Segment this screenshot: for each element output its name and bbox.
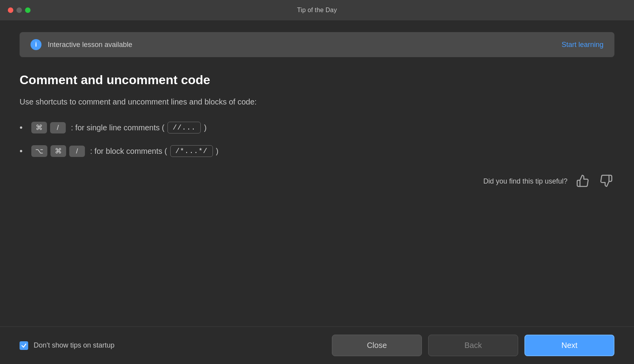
close-button[interactable]: Close <box>332 335 422 356</box>
thumbs-up-icon <box>576 174 589 187</box>
info-icon: i <box>31 39 41 50</box>
article-description: Use shortcuts to comment and uncomment l… <box>20 96 614 108</box>
shortcut-row-2: ⌥ ⌘ / : for block comments ( /*...*/ ) <box>31 145 219 157</box>
shortcut-desc-1: : for single line comments ( <box>69 123 165 132</box>
shortcut-suffix-2: ) <box>216 147 219 156</box>
key-cmd-1: ⌘ <box>31 122 47 133</box>
bullet-1: • <box>20 123 23 133</box>
shortcut-desc-2: : for block comments ( <box>88 147 167 156</box>
shortcut-row-1: ⌘ / : for single line comments ( //... ) <box>31 122 207 133</box>
code-single-line: //... <box>168 122 201 133</box>
next-button[interactable]: Next <box>524 335 614 356</box>
dont-show-checkbox-wrapper[interactable]: Don't show tips on startup <box>20 341 115 350</box>
main-content: i Interactive lesson available Start lea… <box>0 20 634 326</box>
info-banner-text: Interactive lesson available <box>48 41 132 49</box>
start-learning-link[interactable]: Start learning <box>562 41 603 49</box>
shortcut-item-single-line: • ⌘ / : for single line comments ( //...… <box>20 122 614 133</box>
window-title: Tip of the Day <box>297 7 337 14</box>
checkmark-icon <box>21 343 27 348</box>
maximize-window-button[interactable] <box>25 7 31 13</box>
key-slash-2: / <box>69 146 85 157</box>
dont-show-label: Don't show tips on startup <box>34 341 115 350</box>
footer-buttons: Close Back Next <box>332 335 614 356</box>
code-block: /*...*/ <box>170 145 213 157</box>
footer-left: Don't show tips on startup <box>20 341 115 350</box>
thumbs-down-button[interactable] <box>598 173 614 190</box>
key-slash-1: / <box>50 122 66 133</box>
feedback-question: Did you find this tip useful? <box>483 177 567 186</box>
shortcut-item-block: • ⌥ ⌘ / : for block comments ( /*...*/ ) <box>20 145 614 157</box>
thumbs-down-icon <box>600 174 613 187</box>
minimize-window-button[interactable] <box>16 7 22 13</box>
feedback-row: Did you find this tip useful? <box>20 173 614 190</box>
key-cmd-2: ⌘ <box>50 145 66 157</box>
bullet-2: • <box>20 146 23 156</box>
thumbs-up-button[interactable] <box>575 173 591 190</box>
window-controls <box>8 7 31 13</box>
footer: Don't show tips on startup Close Back Ne… <box>0 326 634 364</box>
back-button[interactable]: Back <box>428 335 518 356</box>
dont-show-checkbox[interactable] <box>20 341 28 350</box>
key-opt: ⌥ <box>31 145 47 157</box>
close-window-button[interactable] <box>8 7 13 13</box>
title-bar: Tip of the Day <box>0 0 634 20</box>
shortcut-list: • ⌘ / : for single line comments ( //...… <box>20 122 614 157</box>
article-title: Comment and uncomment code <box>20 73 614 87</box>
shortcut-suffix-1: ) <box>204 123 207 132</box>
info-banner-left: i Interactive lesson available <box>31 39 132 50</box>
info-banner: i Interactive lesson available Start lea… <box>20 32 614 57</box>
